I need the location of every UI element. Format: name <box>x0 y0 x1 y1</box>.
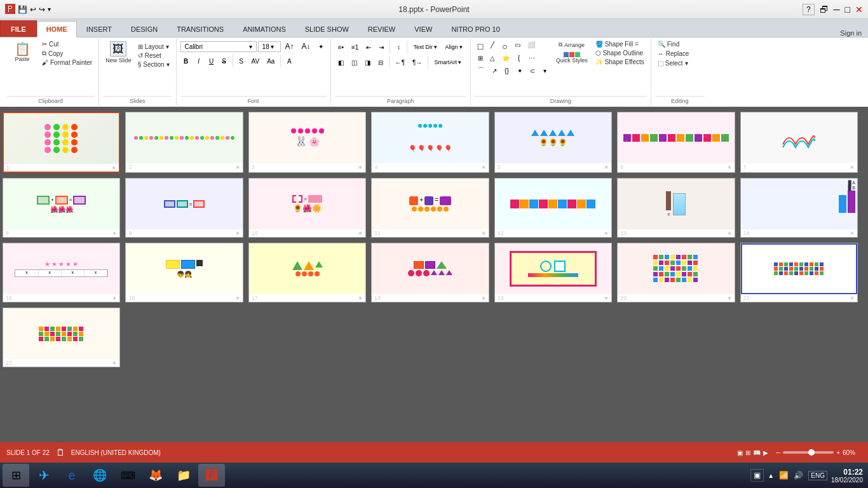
taskbar-app-firefox[interactable]: 🦊 <box>142 464 169 487</box>
slide-star-17[interactable]: ★ <box>358 295 363 301</box>
slide-star-7[interactable]: ★ <box>850 164 855 170</box>
slide-thumb-13[interactable]: ≈13★ <box>617 178 735 238</box>
powerpoint-icon[interactable]: 🅿 <box>5 4 15 15</box>
slide-thumb-10[interactable]: =🌻🌺🌼10★ <box>248 178 366 238</box>
cut-button[interactable]: ✂ Cut <box>39 40 95 48</box>
change-case-button[interactable]: Aa <box>264 57 278 66</box>
slide-thumb-8[interactable]: +=🌺🌺🌺8★ <box>3 178 120 238</box>
slide-star-2[interactable]: ★ <box>235 164 240 170</box>
quick-styles-button[interactable]: Quick Styles <box>553 51 590 65</box>
slide-thumb-21[interactable]: 21★ <box>740 243 858 302</box>
slide-thumb-3[interactable]: 🐰🌸3★ <box>248 112 366 173</box>
numbering-button[interactable]: ≡1 <box>348 43 362 52</box>
convert-smartart-button[interactable]: SmartArt ▾ <box>431 58 465 67</box>
shape-star[interactable]: ⭐ <box>499 53 513 63</box>
zoom-out-button[interactable]: ─ <box>776 449 780 456</box>
tab-slideshow[interactable]: SLIDE SHOW <box>295 20 358 37</box>
shape-arrow[interactable]: △ <box>487 53 498 63</box>
copy-button[interactable]: ⧉ Copy <box>39 49 95 58</box>
minimize-button[interactable]: ─ <box>834 4 840 15</box>
tray-volume[interactable]: 🔊 <box>794 471 803 480</box>
align-center-button[interactable]: ◫ <box>348 58 360 67</box>
close-button[interactable]: ✕ <box>855 4 863 15</box>
font-name-dropdown[interactable]: Calibri ▾ <box>180 41 257 52</box>
font-increase-button[interactable]: A↑ <box>282 41 297 52</box>
shape-more[interactable]: ⊞ <box>475 53 486 63</box>
slide-thumb-5[interactable]: 🌻🌻🌻5★ <box>494 112 612 173</box>
rtl-button[interactable]: ←¶ <box>392 58 408 67</box>
slide-star-19[interactable]: ★ <box>604 295 609 301</box>
replace-button[interactable]: ↔ Replace <box>655 50 692 58</box>
start-button[interactable]: ⊞ <box>3 464 29 487</box>
slide-star-6[interactable]: ★ <box>727 164 732 170</box>
shape-extra4[interactable]: ✦ <box>514 66 526 76</box>
shape-line[interactable]: ╱ <box>487 40 498 53</box>
layout-button[interactable]: ⊞ Layout ▾ <box>135 43 172 51</box>
quick-access-redo[interactable]: ↪ <box>39 5 45 14</box>
slide-thumb-6[interactable]: 6★ <box>617 112 735 173</box>
slide-thumb-16[interactable]: 👦👧16★ <box>125 243 243 302</box>
shape-fill-button[interactable]: 🪣 Shape Fill = <box>593 40 647 48</box>
slide-thumb-11[interactable]: +=11★ <box>371 178 489 238</box>
char-spacing-button[interactable]: AV <box>248 57 263 66</box>
tab-home[interactable]: HOME <box>37 21 77 37</box>
taskbar-app-keyboard[interactable]: ⌨ <box>114 464 141 487</box>
taskbar-app-browser[interactable]: 🌐 <box>86 464 113 487</box>
help-button[interactable]: ? <box>803 4 815 15</box>
show-desktop-button[interactable]: ▣ <box>750 469 764 482</box>
slide-thumb-20[interactable]: 20★ <box>617 243 735 302</box>
slide-star-3[interactable]: ★ <box>358 164 363 170</box>
slide-thumb-9[interactable]: =9★ <box>125 178 243 238</box>
slide-star-5[interactable]: ★ <box>604 164 609 170</box>
new-slide-button[interactable]: 🖼 New Slide <box>103 40 134 65</box>
taskbar-app-explorer[interactable]: 📁 <box>170 464 197 487</box>
slide-star-14[interactable]: ★ <box>850 230 855 236</box>
paste-button[interactable]: 📋 Paste <box>6 40 38 65</box>
slide-thumb-18[interactable]: 18★ <box>371 243 489 302</box>
tab-design[interactable]: DESIGN <box>121 20 167 37</box>
underline-button[interactable]: U <box>206 57 217 66</box>
quick-access-customize[interactable]: ▾ <box>48 6 51 13</box>
slide-star-11[interactable]: ★ <box>481 230 486 236</box>
zoom-in-button[interactable]: + <box>836 449 840 456</box>
tray-network[interactable]: 📶 <box>779 471 789 480</box>
ltr-button[interactable]: ¶→ <box>409 58 425 67</box>
slide-star-18[interactable]: ★ <box>481 295 486 301</box>
slide-star-4[interactable]: ★ <box>481 164 486 170</box>
shape-more2[interactable]: ⋯ <box>526 53 538 63</box>
slide-thumb-15[interactable]: ★★★★★xxxx15★ <box>3 243 120 302</box>
view-slideshow-button[interactable]: ▶ <box>763 449 768 456</box>
align-left-button[interactable]: ◧ <box>335 58 347 67</box>
taskbar-app-telegram[interactable]: ✈ <box>31 464 57 487</box>
find-button[interactable]: 🔍 Find <box>655 40 682 48</box>
reset-button[interactable]: ↺ Reset <box>135 51 172 60</box>
notes-button[interactable]: 🗒 <box>56 447 65 458</box>
shape-rounded[interactable]: ⬜ <box>524 40 538 53</box>
slide-star-16[interactable]: ★ <box>235 295 240 301</box>
tab-insert[interactable]: INSERT <box>77 20 121 37</box>
shape-outline-button[interactable]: ⬡ Shape Outline <box>593 49 647 57</box>
quick-access-save[interactable]: 💾 <box>18 5 27 14</box>
maximize-button[interactable]: □ <box>845 4 850 15</box>
slide-star-10[interactable]: ★ <box>358 230 363 236</box>
bullets-button[interactable]: ≡• <box>335 43 347 52</box>
align-right-button[interactable]: ◨ <box>362 58 374 67</box>
slide-star-8[interactable]: ★ <box>112 230 117 236</box>
slide-thumb-22[interactable]: 22★ <box>3 308 120 367</box>
shadow-button[interactable]: S <box>236 57 247 66</box>
tab-review[interactable]: REVIEW <box>358 20 405 37</box>
slide-star-9[interactable]: ★ <box>235 230 240 236</box>
slide-star-20[interactable]: ★ <box>727 295 732 301</box>
increase-indent-button[interactable]: ⇥ <box>376 43 387 52</box>
slide-star-22[interactable]: ★ <box>112 360 117 366</box>
bold-button[interactable]: B <box>180 57 192 66</box>
view-slide-sorter-button[interactable]: ⊞ <box>745 449 750 456</box>
slide-thumb-17[interactable]: 17★ <box>248 243 366 302</box>
taskbar-app-powerpoint[interactable]: 🅿 <box>198 464 225 487</box>
slide-thumb-4[interactable]: 🎈🎈🎈🎈🎈4★ <box>371 112 489 173</box>
slide-star-15[interactable]: ★ <box>112 295 117 301</box>
quick-access-undo[interactable]: ↩ <box>30 5 36 14</box>
slide-thumb-2[interactable]: 2★ <box>125 112 243 173</box>
tab-transitions[interactable]: TRANSITIONS <box>167 20 233 37</box>
format-painter-button[interactable]: 🖌 Format Painter <box>39 58 95 67</box>
